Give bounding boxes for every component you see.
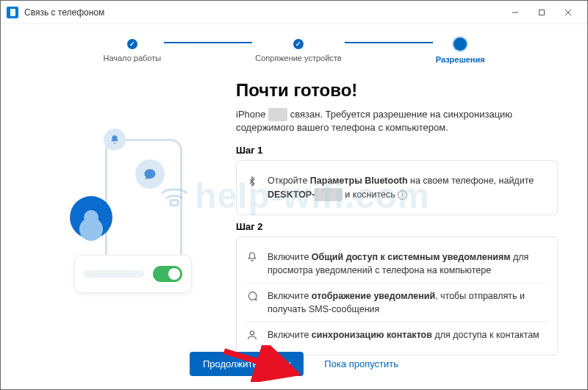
step2-row-notifications: Включите Общий доступ к системным уведом… — [245, 245, 548, 283]
bell-icon — [245, 250, 259, 263]
window-title: Связь с телефоном — [24, 7, 502, 18]
svg-point-4 — [250, 331, 254, 335]
chat-bubble-icon — [135, 159, 165, 189]
toggle-card-icon — [74, 255, 192, 293]
maximize-button[interactable] — [528, 2, 555, 23]
toggle-on-icon — [153, 266, 182, 282]
step-1: Начало работы — [103, 39, 161, 62]
page-title: Почти готово! — [236, 80, 558, 101]
step2-card: Включите Общий доступ к системным уведом… — [236, 236, 558, 356]
contact-icon — [245, 328, 259, 341]
redacted-device-name: —— — [268, 108, 287, 121]
avatar-icon — [70, 196, 112, 239]
step-2-label: Сопряжение устройств — [255, 54, 342, 62]
step-1-label: Начало работы — [103, 54, 161, 62]
progress-stepper: Начало работы Сопряжение устройств Разре… — [1, 24, 587, 68]
content-area: Почти готово! iPhone —— связан. Требуетс… — [1, 68, 587, 355]
step-dot-done-icon — [293, 39, 304, 49]
titlebar: Связь с телефоном — [1, 1, 587, 24]
step1-text: Откройте Параметры Bluetooth на своем те… — [268, 174, 548, 201]
illustration — [30, 76, 221, 355]
description: iPhone —— связан. Требуется разрешение н… — [236, 108, 558, 134]
window-controls — [502, 2, 581, 23]
step-dot-done-icon — [127, 39, 137, 49]
bell-bubble-icon — [104, 129, 126, 151]
app-icon — [7, 7, 18, 18]
continue-button[interactable]: Продолжить работу — [190, 352, 304, 376]
redacted-desktop-name: ——— — [315, 188, 343, 201]
minimize-button[interactable] — [502, 2, 528, 23]
step-2: Сопряжение устройств — [255, 39, 342, 62]
step-connector — [345, 42, 433, 43]
step-3: Разрешения — [436, 37, 485, 64]
step-3-label: Разрешения — [436, 55, 485, 64]
svg-rect-1 — [539, 10, 545, 15]
step1-card: Откройте Параметры Bluetooth на своем те… — [236, 160, 558, 214]
step2-row-sms: Включите отображение уведомлений, чтобы … — [245, 283, 548, 322]
step2-row-text: Включите Общий доступ к системным уведом… — [268, 250, 548, 277]
step2-row-text: Включите отображение уведомлений, чтобы … — [268, 289, 548, 316]
chat-icon — [245, 289, 259, 302]
info-icon[interactable]: i — [398, 190, 407, 200]
desc-prefix: iPhone — [236, 109, 268, 120]
bluetooth-icon — [245, 174, 259, 188]
step2-title: Шаг 2 — [236, 221, 558, 232]
step-connector — [164, 42, 252, 43]
skip-link[interactable]: Пока пропустить — [324, 358, 398, 369]
main-panel: Почти готово! iPhone —— связан. Требуетс… — [236, 76, 558, 355]
step-dot-current-icon — [453, 37, 467, 51]
step2-row-contacts: Включите синхронизацию контактов для дос… — [245, 322, 548, 347]
step1-title: Шаг 1 — [236, 145, 558, 156]
footer: Продолжить работу Пока пропустить — [1, 352, 587, 376]
step2-row-text: Включите синхронизацию контактов для дос… — [268, 328, 548, 342]
close-button[interactable] — [555, 2, 581, 23]
